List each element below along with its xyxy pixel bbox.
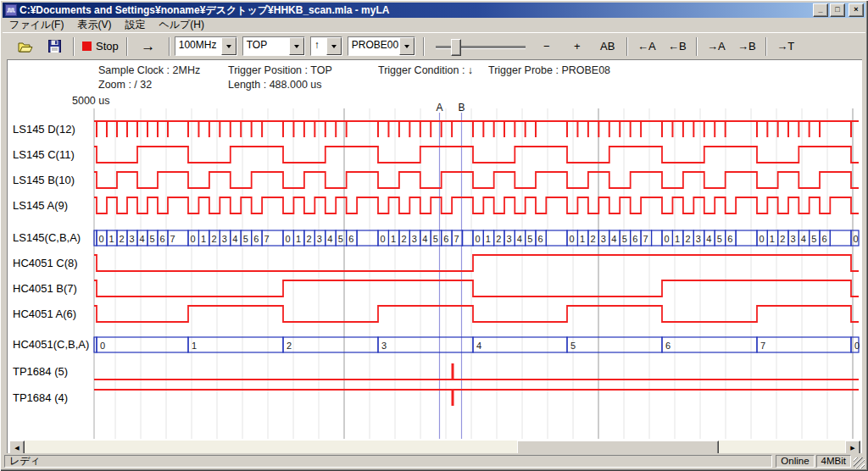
waveform-plot: AB01234567012345670123456012345670123456…	[8, 60, 862, 457]
stop-button[interactable]: Stop	[79, 36, 122, 57]
channel-label-10: TP1684 (4)	[13, 391, 68, 404]
svg-text:1: 1	[486, 234, 491, 244]
toolbar-cursor-buttons-left: ←A←B	[632, 36, 692, 57]
menu-item-0[interactable]: ファイル(F)	[3, 17, 70, 33]
svg-text:1: 1	[770, 234, 775, 244]
toolbar-separator	[696, 37, 698, 56]
svg-text:2: 2	[306, 234, 311, 244]
cursor-button-b-left[interactable]: ←B	[663, 36, 692, 57]
trace-HC4051-B-7-	[94, 280, 859, 296]
trigger-edge-combo[interactable]: ↑	[310, 36, 342, 56]
svg-text:6: 6	[538, 234, 543, 244]
cursor-button-a-right[interactable]: →A	[702, 36, 731, 57]
open-folder-icon	[18, 41, 33, 53]
svg-text:4: 4	[140, 234, 145, 244]
svg-text:0: 0	[760, 234, 765, 244]
svg-text:3: 3	[130, 234, 135, 244]
svg-text:1: 1	[201, 234, 206, 244]
svg-text:7: 7	[170, 234, 175, 244]
channel-label-2: LS145 B(10)	[13, 174, 75, 186]
svg-text:1: 1	[675, 234, 680, 244]
sample-rate-combo-dropdown-arrow[interactable]	[221, 37, 236, 55]
cursor-lines: AB	[436, 102, 465, 439]
open-file-button[interactable]	[11, 36, 40, 57]
svg-text:3: 3	[317, 234, 322, 244]
close-button[interactable]: ×	[849, 3, 864, 17]
trigger-probe-combo-dropdown-arrow[interactable]	[399, 37, 415, 55]
menu-item-1[interactable]: 表示(V)	[70, 17, 118, 33]
svg-text:1: 1	[391, 234, 396, 244]
trace-TP1684-5-	[94, 363, 859, 380]
menu-item-3[interactable]: ヘルプ(H)	[152, 17, 211, 33]
svg-text:0: 0	[100, 341, 105, 351]
trace-LS145-A-9-	[94, 197, 859, 213]
menu-item-2[interactable]: 設定	[118, 17, 152, 33]
svg-text:3: 3	[381, 341, 387, 351]
horizontal-scrollbar[interactable]: ◀ ▶	[9, 441, 860, 454]
svg-text:4: 4	[232, 234, 237, 244]
svg-text:3: 3	[412, 234, 417, 244]
trigger-position-combo-dropdown-arrow[interactable]	[289, 37, 304, 55]
toolbar-separator	[73, 37, 75, 56]
zoom-ab-button[interactable]: AB	[593, 36, 622, 57]
svg-text:4: 4	[422, 234, 427, 244]
svg-text:0: 0	[570, 234, 575, 244]
trace-LS145-C-11-	[94, 147, 859, 163]
app-icon	[5, 4, 17, 16]
length-text: Length : 488.000 us	[228, 79, 322, 91]
trigger-probe-combo[interactable]: PROBE00	[348, 36, 415, 56]
svg-text:2: 2	[496, 234, 501, 244]
sample-rate-combo[interactable]: 100MHz	[175, 36, 237, 56]
toolbar-separator	[126, 37, 128, 56]
stop-icon	[82, 42, 92, 51]
svg-text:4: 4	[476, 341, 481, 351]
svg-text:4: 4	[801, 234, 806, 244]
trigger-position-combo-value: TOP	[243, 37, 289, 55]
svg-text:5: 5	[811, 234, 816, 244]
svg-text:0: 0	[99, 234, 104, 244]
trigger-edge-combo-dropdown-arrow[interactable]	[326, 37, 342, 55]
svg-text:0: 0	[381, 234, 386, 244]
trigger-position-combo[interactable]: TOP	[242, 36, 305, 56]
svg-text:6: 6	[822, 234, 827, 244]
channel-label-6: HC4051 B(7)	[13, 282, 77, 295]
trace-HC4051-C-B-A-: 012345670	[94, 337, 860, 352]
jump-to-trigger-button[interactable]: →T	[771, 36, 800, 57]
trace-HC4051-C-8-	[94, 255, 859, 271]
svg-text:1: 1	[109, 234, 114, 244]
trigger-condition-text: Trigger Condition : ↓	[378, 64, 473, 76]
minimize-button[interactable]: _	[813, 3, 828, 17]
svg-text:5: 5	[243, 234, 248, 244]
slider-thumb[interactable]	[451, 39, 461, 56]
svg-text:2: 2	[685, 234, 690, 244]
toolbar-separator	[169, 37, 170, 56]
zoom-out-button[interactable]: −	[532, 36, 561, 57]
svg-text:6: 6	[443, 234, 448, 244]
cursor-button-b-right[interactable]: →B	[732, 36, 761, 57]
svg-text:1: 1	[296, 234, 301, 244]
save-file-button[interactable]	[40, 36, 69, 57]
trace-LS145-D-12-	[94, 121, 859, 137]
svg-text:3: 3	[791, 234, 796, 244]
menu-bar: ファイル(F)表示(V)設定ヘルプ(H)	[3, 18, 865, 32]
zoom-in-button[interactable]: +	[563, 36, 592, 57]
channel-label-5: HC4051 C(8)	[13, 257, 78, 269]
svg-text:5: 5	[570, 341, 576, 351]
floppy-disk-icon	[48, 40, 61, 53]
cursor-button-a-left[interactable]: ←A	[632, 36, 661, 57]
status-memory-badge: 4MBit	[816, 455, 851, 468]
svg-text:B: B	[458, 102, 465, 114]
resize-grip[interactable]	[854, 457, 865, 468]
svg-text:5: 5	[433, 234, 438, 244]
trace-HC4051-A-6-	[94, 306, 859, 322]
zoom-slider[interactable]	[436, 37, 526, 56]
channel-label-8: HC4051(C,B,A)	[13, 338, 89, 351]
svg-text:5: 5	[150, 234, 155, 244]
svg-text:7: 7	[454, 234, 459, 244]
maximize-button[interactable]: □	[830, 3, 845, 17]
run-button[interactable]: →	[132, 36, 164, 57]
svg-text:6: 6	[253, 234, 259, 244]
channel-label-0: LS145 D(12)	[13, 123, 75, 136]
toolbar-separator	[765, 37, 767, 56]
sample-clock-text: Sample Clock : 2MHz	[98, 64, 200, 76]
